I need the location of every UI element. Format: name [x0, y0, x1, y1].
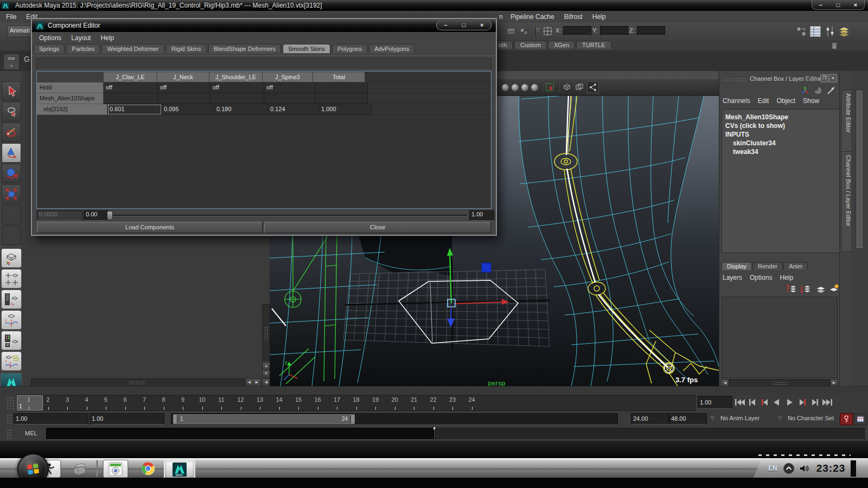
anim-layer-dropdown[interactable]: No Anim Layer	[720, 415, 760, 421]
playback-end-field[interactable]: 24.00	[631, 413, 669, 425]
weight-cell[interactable]: 0.601	[107, 104, 162, 115]
column-header-total[interactable]: Total	[313, 72, 365, 82]
column-header-j_spine3[interactable]: J_Spine3	[263, 72, 313, 82]
weight-cell[interactable]: 1.000	[319, 104, 372, 115]
character-set-dropdown[interactable]: No Character Set	[788, 415, 834, 421]
move-tool-button[interactable]	[2, 143, 21, 163]
frame-number-9[interactable]: 9	[173, 396, 193, 403]
corner-header[interactable]	[37, 72, 104, 82]
layer-editor-tab-display[interactable]: Display	[722, 262, 752, 270]
snap-dropdown-icon[interactable]: ▽	[536, 27, 540, 33]
frame-number-13[interactable]: 13	[250, 396, 270, 403]
ce-tab-rigid-skins[interactable]: Rigid Skins	[166, 44, 207, 53]
frame-number-22[interactable]: 22	[424, 396, 443, 403]
row-label-vtx-3192-[interactable]: vtx[3192]	[37, 104, 107, 115]
layer-editor-menu-help[interactable]: Help	[780, 274, 793, 281]
speed-dial-icon[interactable]	[813, 85, 824, 96]
frame-number-4[interactable]: 4	[77, 396, 97, 403]
tray-expand-icon[interactable]	[783, 463, 795, 474]
range-start-handle[interactable]	[174, 415, 177, 423]
weight-cell[interactable]: off	[104, 82, 158, 93]
play-backwards-button[interactable]	[771, 395, 783, 409]
channel-list[interactable]: Mesh_Alien10ShapeCVs (click to show)INPU…	[722, 109, 844, 253]
node-connections-icon[interactable]	[587, 81, 599, 93]
layer-editor-tab-render[interactable]: Render	[752, 262, 783, 270]
channel-box-menu-channels[interactable]: Channels	[723, 97, 750, 105]
load-components-button[interactable]: Load Components	[37, 222, 263, 233]
scrollbar-grip[interactable]	[264, 326, 268, 341]
vertical-scrollbar[interactable]	[262, 304, 270, 362]
play-forward-button[interactable]	[783, 395, 796, 409]
go-to-end-button[interactable]	[821, 395, 833, 409]
shelf-tab-xgen[interactable]: XGen	[548, 41, 575, 49]
component-editor-menu-help[interactable]: Help	[95, 32, 119, 42]
frame-number-21[interactable]: 21	[404, 396, 424, 403]
layer-editor-tab-anim[interactable]: Anim	[783, 262, 808, 270]
ce-tab-smooth-skins[interactable]: Smooth Skins	[283, 44, 330, 53]
column-header-j_neck[interactable]: J_Neck	[157, 72, 209, 82]
lasso-tool-button[interactable]	[2, 102, 21, 121]
step-back-frame-button[interactable]	[746, 395, 758, 409]
x-coordinate-field[interactable]	[563, 26, 591, 36]
frame-number-11[interactable]: 11	[212, 396, 231, 403]
layout-single-persp-button[interactable]	[1, 248, 22, 268]
textured-shade-icon[interactable]	[521, 84, 528, 91]
frame-number-15[interactable]: 15	[289, 396, 308, 403]
slider-min-field[interactable]: 0.00	[84, 210, 108, 221]
scroll-left-icon[interactable]: ◀	[245, 378, 253, 387]
panel-close-icon[interactable]: ×	[829, 74, 837, 82]
weight-slider-handle[interactable]	[107, 211, 113, 220]
step-forward-key-button[interactable]	[796, 395, 808, 409]
scale-tool-button[interactable]	[2, 184, 21, 204]
manipulator-axis-icon[interactable]	[800, 85, 810, 96]
animation-preferences-button[interactable]	[854, 413, 867, 425]
command-line-drag-handle[interactable]	[7, 429, 12, 439]
frame-number-8[interactable]: 8	[154, 396, 174, 403]
history-toggle-icon[interactable]	[795, 25, 807, 37]
weight-table[interactable]: J_Clav_LEJ_NeckJ_Shoulder_LEJ_Spine3Tota…	[36, 71, 492, 209]
menu-help[interactable]: Help	[588, 11, 611, 21]
weight-cell[interactable]: off	[210, 82, 264, 93]
frame-number-20[interactable]: 20	[385, 396, 405, 403]
component-editor-menu-options[interactable]: Options	[34, 32, 66, 42]
shelf-tab-turtle[interactable]: TURTLE	[576, 41, 611, 49]
component-editor-filter-strip[interactable]	[36, 58, 492, 70]
panel-drag-handle[interactable]	[801, 78, 818, 81]
panel-drag-handle[interactable]	[723, 78, 746, 81]
close-icon[interactable]: ×	[854, 2, 857, 8]
frame-number-10[interactable]: 10	[193, 396, 212, 403]
anim-layer-dropdown-icon[interactable]: ▽	[711, 415, 714, 421]
animation-start-field[interactable]: 1.00	[14, 413, 88, 425]
weight-cell[interactable]: off	[158, 82, 210, 93]
smooth-shade-icon[interactable]	[512, 84, 519, 91]
weight-cell[interactable]	[315, 93, 368, 104]
row-label-mesh-alien10shape[interactable]: Mesh_Alien10Shape	[37, 93, 104, 104]
go-to-start-button[interactable]	[733, 395, 746, 409]
ce-tab-weighted-deformer[interactable]: Weighted Deformer	[101, 44, 164, 53]
volume-icon[interactable]	[799, 464, 810, 473]
auto-keyframe-button[interactable]	[840, 413, 853, 425]
component-editor-window[interactable]: Component Editor – □ × OptionsLayoutHelp…	[31, 18, 497, 236]
wireframe-shade-icon[interactable]	[502, 84, 509, 91]
show-desktop-button[interactable]	[851, 460, 856, 477]
z-coordinate-field[interactable]	[637, 26, 665, 36]
layer-editor-menu-options[interactable]: Options	[750, 274, 772, 281]
close-button[interactable]: Close	[264, 222, 491, 233]
timeline-drag-handle[interactable]	[7, 396, 14, 409]
channel-box-menu-edit[interactable]: Edit	[758, 97, 769, 105]
render-ipr-icon[interactable]: IPR	[506, 26, 517, 37]
layout-outliner-persp-button[interactable]	[1, 290, 22, 309]
frame-number-3[interactable]: 3	[58, 396, 77, 403]
frame-number-12[interactable]: 12	[231, 396, 251, 403]
channel-item-skincluster34[interactable]: skinCluster34	[725, 139, 840, 147]
playback-start-field[interactable]: 1.00	[90, 413, 164, 425]
channel-item-mesh-alien10shape[interactable]: Mesh_Alien10Shape	[725, 113, 840, 121]
frame-number-19[interactable]: 19	[366, 396, 385, 403]
ce-tab-particles[interactable]: Particles	[66, 44, 100, 53]
component-editor-titlebar[interactable]: Component Editor – □ ×	[32, 19, 496, 32]
isolate-select-icon[interactable]	[545, 82, 555, 92]
scroll-down-icon[interactable]: ▼	[262, 370, 270, 378]
ce-tab-polygons[interactable]: Polygons	[332, 44, 367, 53]
frame-number-17[interactable]: 17	[327, 396, 347, 403]
channel-box-toggle-icon[interactable]	[837, 24, 851, 38]
